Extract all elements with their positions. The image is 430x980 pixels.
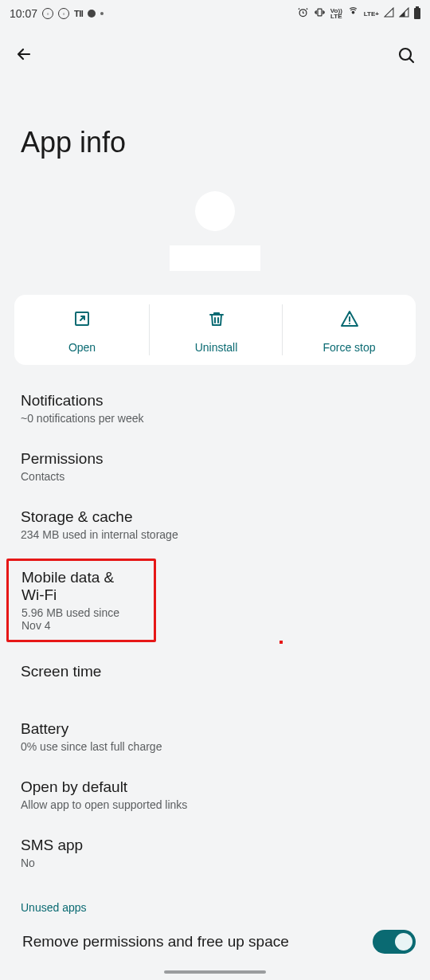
- storage-sub: 234 MB used in internal storage: [21, 528, 409, 541]
- instagram-icon: ◦: [58, 8, 69, 19]
- sms-title: SMS app: [21, 837, 409, 854]
- app-hero: [0, 183, 430, 285]
- open-default-title: Open by default: [21, 778, 409, 796]
- status-bar: 10:07 ◦ ◦ TII Vo))LTE LTE+: [0, 0, 430, 24]
- unused-apps-header: Unused apps: [0, 882, 430, 919]
- volte-indicator: Vo))LTE: [330, 8, 342, 19]
- search-icon[interactable]: [397, 45, 416, 68]
- app-name-redacted: [170, 245, 260, 271]
- battery-title: Battery: [21, 720, 409, 738]
- remove-permissions-label: Remove permissions and free up space: [22, 933, 289, 951]
- settings-list: Notifications ~0 notifications per week …: [0, 379, 430, 980]
- permissions-title: Permissions: [21, 450, 409, 468]
- open-default-item[interactable]: Open by default Allow app to open suppor…: [0, 766, 430, 824]
- notification-dot-icon: [88, 10, 96, 18]
- svg-rect-1: [318, 9, 322, 16]
- alarm-icon: [297, 6, 309, 21]
- svg-point-2: [352, 11, 354, 14]
- screen-time-title: Screen time: [21, 663, 409, 680]
- back-icon[interactable]: [14, 45, 33, 69]
- mobile-data-title: Mobile data & Wi-Fi: [22, 569, 139, 604]
- warning-icon: [340, 309, 359, 331]
- status-left: 10:07 ◦ ◦ TII: [10, 7, 104, 20]
- hotspot-icon: [347, 6, 359, 21]
- more-dot-icon: [100, 12, 104, 15]
- mobile-data-sub: 5.96 MB used since Nov 4: [22, 606, 139, 632]
- notifications-item[interactable]: Notifications ~0 notifications per week: [0, 379, 430, 437]
- storage-item[interactable]: Storage & cache 234 MB used in internal …: [0, 496, 430, 554]
- permissions-item[interactable]: Permissions Contacts: [0, 437, 430, 496]
- signal-icon: [384, 7, 394, 20]
- action-row: Open Uninstall Force stop: [14, 295, 416, 365]
- force-stop-button[interactable]: Force stop: [283, 295, 416, 365]
- signal-icon: [399, 7, 409, 20]
- remove-permissions-toggle[interactable]: [373, 930, 416, 954]
- sms-item[interactable]: SMS app No: [0, 824, 430, 882]
- notifications-sub: ~0 notifications per week: [21, 412, 409, 425]
- page-title: App info: [0, 78, 430, 183]
- mobile-data-item[interactable]: Mobile data & Wi-Fi 5.96 MB used since N…: [6, 559, 156, 642]
- open-icon: [72, 309, 92, 331]
- app-icon: [195, 191, 235, 231]
- battery-icon: [414, 8, 420, 19]
- sms-sub: No: [21, 857, 409, 869]
- battery-sub: 0% use since last full charge: [21, 740, 409, 753]
- storage-title: Storage & cache: [21, 508, 409, 526]
- screen-time-item[interactable]: Screen time: [0, 650, 430, 693]
- open-button[interactable]: Open: [14, 295, 150, 365]
- battery-item[interactable]: Battery 0% use since last full charge: [0, 693, 430, 766]
- trash-icon: [207, 309, 226, 331]
- tii-indicator: TII: [74, 9, 83, 18]
- top-bar: [0, 24, 430, 78]
- nav-handle[interactable]: [164, 970, 266, 974]
- remove-permissions-item[interactable]: Remove permissions and free up space: [0, 919, 430, 965]
- force-stop-label: Force stop: [322, 341, 375, 354]
- permissions-sub: Contacts: [21, 470, 409, 483]
- notifications-title: Notifications: [21, 392, 409, 410]
- open-label: Open: [68, 341, 96, 354]
- annotation-marker: [280, 641, 283, 644]
- open-default-sub: Allow app to open supported links: [21, 798, 409, 811]
- uninstall-label: Uninstall: [195, 341, 238, 354]
- vibrate-icon: [314, 6, 326, 21]
- instagram-icon: ◦: [42, 8, 53, 19]
- status-right: Vo))LTE LTE+: [297, 6, 420, 21]
- status-time: 10:07: [10, 7, 37, 20]
- lte-indicator: LTE+: [364, 11, 379, 17]
- uninstall-button[interactable]: Uninstall: [150, 295, 283, 365]
